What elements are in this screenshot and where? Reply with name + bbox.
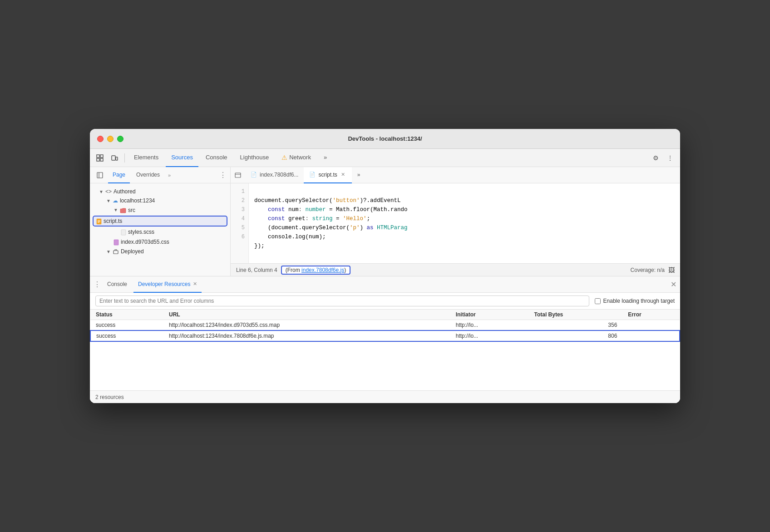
tree-item-script-ts[interactable]: script.ts: [93, 216, 227, 227]
cursor-position: Line 6, Column 4: [236, 267, 277, 273]
col-url: URL: [163, 310, 450, 320]
panel-toolbar: Page Overrides » ⋮: [90, 167, 230, 183]
close-bottom-panel-icon[interactable]: ✕: [671, 280, 676, 289]
resources-table-area: Status URL Initiator Total Bytes Error s…: [90, 310, 680, 390]
toolbar-divider: [124, 153, 125, 163]
tab-console[interactable]: Console: [200, 149, 233, 167]
settings-icon[interactable]: ⚙: [649, 152, 662, 164]
svg-rect-0: [97, 155, 99, 158]
tab-overrides[interactable]: Overrides: [132, 167, 164, 183]
svg-rect-4: [112, 156, 115, 160]
tree-arrow: ▼: [106, 198, 111, 203]
tab-script-ts[interactable]: 📄 script.ts ✕: [304, 167, 351, 183]
cell-url: http://localhost:1234/index.d9703d55.css…: [163, 320, 450, 331]
tab-developer-resources[interactable]: Developer Resources ✕: [133, 276, 202, 293]
cell-error: [622, 320, 680, 331]
tab-more-editor[interactable]: »: [352, 167, 366, 183]
coverage-text: Coverage: n/a: [631, 267, 665, 273]
more-menu-icon[interactable]: ⋮: [664, 152, 676, 164]
table-row[interactable]: success http://localhost:1234/index.d970…: [90, 320, 680, 331]
tab-more[interactable]: »: [318, 149, 332, 167]
source-map-link[interactable]: index.7808df6e.js: [301, 267, 344, 273]
cell-error: [622, 330, 680, 341]
tree-icon-deployed: [113, 248, 119, 255]
tab-elements[interactable]: Elements: [128, 149, 164, 167]
bottom-panel: ⋮ Console Developer Resources ✕ ✕ Enable…: [90, 276, 680, 403]
inspect-icon[interactable]: [94, 152, 106, 164]
device-icon[interactable]: [108, 152, 121, 164]
svg-rect-13: [114, 240, 118, 245]
coverage-icon[interactable]: 🖼: [668, 266, 675, 274]
right-panel: 📄 index.7808df6... 📄 script.ts ✕ » 1 2: [231, 167, 680, 276]
devtools-window: DevTools - localhost:1234/ Elem: [90, 129, 680, 403]
footer-bar: 2 resources: [90, 390, 680, 403]
tree-arrow: ▼: [114, 207, 118, 212]
tree-item-src[interactable]: ▼ src: [90, 205, 230, 215]
tree-arrow: ▼: [106, 249, 111, 254]
editor-sidebar-icon[interactable]: [232, 170, 243, 181]
maximize-button[interactable]: [117, 136, 123, 142]
svg-rect-5: [116, 157, 118, 160]
tree-item-deployed[interactable]: ▼ Deployed: [90, 247, 230, 256]
tab-network[interactable]: ⚠ Network: [276, 149, 316, 167]
tree-item-styles-scss[interactable]: styles.scss: [90, 227, 230, 237]
tab-console-bottom[interactable]: Console: [103, 276, 132, 293]
svg-rect-6: [97, 172, 103, 178]
editor-status-bar: Line 6, Column 4 (From index.7808df6e.js…: [231, 263, 680, 276]
tab-index-js[interactable]: 📄 index.7808df6...: [245, 167, 304, 183]
cell-initiator: http://lo...: [450, 320, 529, 331]
cell-bytes: 806: [529, 330, 623, 341]
tab-lighthouse[interactable]: Lighthouse: [235, 149, 275, 167]
main-area: Page Overrides » ⋮ ▼ <> Authored: [90, 167, 680, 276]
url-search-input[interactable]: [95, 296, 589, 306]
tree-arrow: ▼: [99, 189, 104, 194]
close-tab-icon[interactable]: ✕: [340, 172, 346, 178]
bottom-toolbar: ⋮ Console Developer Resources ✕ ✕: [90, 276, 680, 293]
col-error: Error: [622, 310, 680, 320]
tree-item-authored[interactable]: ▼ <> Authored: [90, 187, 230, 196]
col-status: Status: [90, 310, 163, 320]
code-content[interactable]: document.querySelector('button')?.addEve…: [249, 183, 680, 263]
tree-icon-file-ts: [96, 217, 102, 225]
panel-options-icon[interactable]: ⋮: [219, 171, 227, 179]
file-tree: ▼ <> Authored ▼ ☁ localhost:1234 ▼: [90, 183, 230, 276]
resources-table: Status URL Initiator Total Bytes Error s…: [90, 310, 680, 342]
line-numbers: 1 2 3 4 5 6: [231, 183, 249, 263]
cell-url: http://localhost:1234/index.7808df6e.js.…: [163, 330, 450, 341]
panel-sidebar-icon[interactable]: [94, 169, 106, 182]
traffic-lights: [97, 136, 123, 142]
panel-more-icon[interactable]: »: [166, 172, 173, 178]
tree-icon-file-css: [114, 238, 119, 246]
editor-tabs: 📄 index.7808df6... 📄 script.ts ✕ »: [231, 167, 680, 183]
cell-bytes: 356: [529, 320, 623, 331]
table-row[interactable]: success http://localhost:1234/index.7808…: [90, 330, 680, 341]
tree-item-index-css[interactable]: index.d9703d55.css: [90, 237, 230, 247]
bottom-options-icon[interactable]: ⋮: [94, 280, 101, 289]
file-icon: 📄: [309, 172, 316, 177]
resources-count: 2 resources: [95, 394, 124, 400]
svg-rect-12: [121, 230, 126, 235]
code-editor: 1 2 3 4 5 6 document.querySelector('butt…: [231, 183, 680, 263]
minimize-button[interactable]: [107, 136, 114, 142]
warning-icon: ⚠: [281, 154, 287, 161]
svg-rect-3: [100, 158, 103, 161]
tab-sources[interactable]: Sources: [166, 149, 198, 167]
tree-icon-code: <>: [105, 188, 112, 195]
close-button[interactable]: [97, 136, 104, 142]
window-title: DevTools - localhost:1234/: [348, 135, 422, 142]
main-toolbar: Elements Sources Console Lighthouse ⚠ Ne…: [90, 149, 680, 167]
source-map-from[interactable]: (From index.7808df6e.js): [281, 266, 350, 275]
svg-rect-1: [97, 158, 99, 161]
tab-page[interactable]: Page: [108, 167, 130, 183]
svg-rect-14: [114, 251, 118, 254]
svg-rect-2: [100, 155, 103, 158]
search-bar: Enable loading through target: [90, 293, 680, 310]
tree-item-localhost[interactable]: ▼ ☁ localhost:1234: [90, 196, 230, 205]
enable-loading-checkbox[interactable]: [595, 298, 601, 304]
svg-rect-15: [235, 173, 241, 177]
cell-initiator: http://lo...: [450, 330, 529, 341]
enable-loading-label: Enable loading through target: [595, 298, 675, 304]
close-dev-resources-icon[interactable]: ✕: [193, 281, 197, 287]
file-icon: 📄: [251, 172, 257, 177]
tree-icon-folder: [120, 207, 126, 213]
